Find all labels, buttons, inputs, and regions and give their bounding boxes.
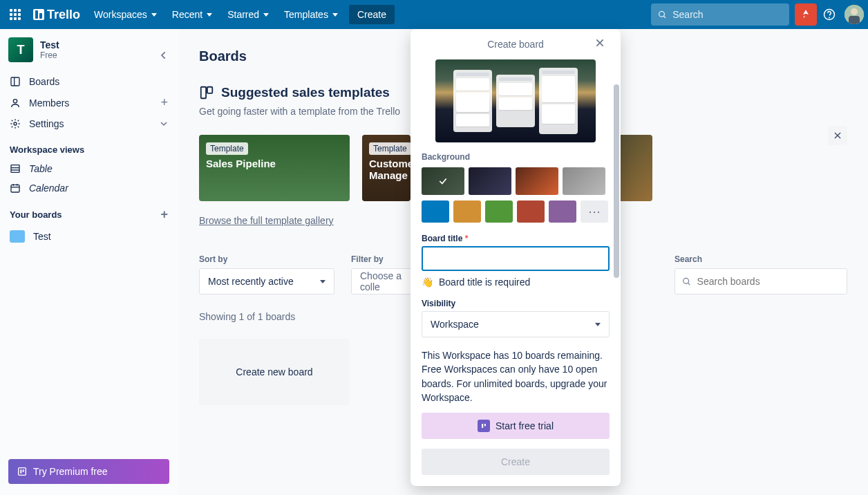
start-free-trial-button[interactable]: Start free trial [422, 413, 610, 439]
scrollbar-thumb[interactable] [614, 84, 619, 278]
workspace-badge: T [8, 37, 33, 62]
workspace-name: Test [40, 39, 59, 50]
visibility-label: Visibility [422, 299, 610, 308]
chevron-down-icon [595, 323, 601, 326]
chevron-down-icon [160, 120, 168, 128]
create-board-popover: Create board Background ⋯ Board ti [411, 29, 621, 486]
svg-point-9 [13, 99, 17, 102]
sidebar-item-calendar[interactable]: Calendar [0, 178, 178, 198]
chevron-down-icon [263, 13, 269, 17]
boards-search-group: Search [674, 254, 847, 295]
apps-grid-icon [10, 9, 21, 20]
sidebar-item-label: Members [29, 97, 69, 109]
background-color-row: ⋯ [422, 200, 610, 223]
nav-starred-label: Starred [227, 9, 259, 20]
svg-rect-11 [11, 165, 19, 173]
sort-by-select[interactable]: Most recently active [199, 268, 334, 295]
dismiss-suggestions-button[interactable] [828, 126, 847, 145]
required-indicator: * [462, 234, 468, 243]
workspace-header[interactable]: T Test Free [0, 29, 178, 71]
popover-close-button[interactable] [594, 37, 610, 53]
nav-workspaces-dropdown[interactable]: Workspaces [87, 5, 164, 24]
create-button[interactable]: Create [349, 5, 395, 24]
calendar-icon [10, 183, 21, 194]
browse-templates-link[interactable]: Browse the full template gallery [199, 215, 334, 226]
sidebar-item-table[interactable]: Table [0, 159, 178, 178]
bg-option-orange[interactable] [453, 200, 481, 223]
svg-rect-7 [11, 77, 19, 86]
wave-emoji-icon: 👋 [422, 277, 433, 288]
search-icon [658, 10, 667, 20]
svg-point-3 [829, 17, 830, 18]
template-tag: Template [369, 142, 411, 155]
create-new-board-tile[interactable]: Create new board [199, 339, 350, 405]
add-board-button[interactable]: + [160, 207, 168, 222]
svg-point-5 [851, 8, 858, 15]
user-avatar[interactable] [845, 5, 864, 24]
help-icon [823, 8, 836, 21]
chevron-down-icon [320, 280, 326, 283]
chevron-down-icon [151, 13, 157, 17]
template-icon [199, 85, 214, 100]
sidebar-collapse-button[interactable] [155, 47, 172, 64]
bg-option-green[interactable] [485, 200, 513, 223]
filter-by-select[interactable]: Choose a colle [351, 268, 420, 295]
nav-recent-dropdown[interactable]: Recent [165, 5, 219, 24]
sidebar-board-test[interactable]: Test [0, 226, 178, 247]
bg-option-image-2[interactable] [469, 167, 511, 195]
bg-option-image-1[interactable] [422, 167, 464, 195]
bg-option-image-3[interactable] [516, 167, 558, 195]
create-board-submit-button[interactable]: Create [422, 449, 610, 475]
workspace-limit-info: This Workspace has 10 boards remaining. … [422, 348, 610, 404]
sort-by-label: Sort by [199, 254, 334, 264]
svg-rect-30 [484, 424, 486, 426]
sidebar-item-members[interactable]: Members + [0, 91, 178, 114]
boards-search-label: Search [674, 254, 847, 264]
try-premium-button[interactable]: Try Premium free [8, 459, 169, 484]
boards-search-input[interactable] [697, 276, 840, 287]
svg-line-1 [663, 16, 666, 18]
visibility-select[interactable]: Workspace [422, 311, 610, 337]
bg-option-purple[interactable] [549, 200, 576, 223]
bg-option-image-4[interactable] [563, 167, 605, 195]
svg-rect-21 [201, 87, 206, 99]
trello-logo-icon [33, 9, 44, 20]
template-card[interactable]: Template Customer Manage [362, 135, 411, 201]
sidebar-item-label: Boards [29, 76, 59, 87]
global-search[interactable] [651, 3, 789, 26]
nav-starred-dropdown[interactable]: Starred [220, 5, 276, 24]
svg-point-0 [659, 11, 665, 17]
global-search-input[interactable] [672, 9, 782, 20]
svg-rect-14 [11, 185, 19, 192]
sidebar-item-settings[interactable]: Settings [0, 114, 178, 133]
trello-logo-link[interactable]: Trello [28, 8, 86, 22]
help-button[interactable] [818, 3, 840, 26]
title-hint-text: Board title is required [439, 277, 530, 288]
nav-templates-label: Templates [284, 9, 328, 20]
svg-rect-6 [849, 16, 860, 24]
check-icon [438, 176, 448, 186]
workspace-views-header: Workspace views [0, 135, 178, 159]
template-card[interactable]: Template Sales Pipeline [199, 135, 350, 201]
table-icon [10, 163, 21, 174]
workspace-plan: Free [40, 50, 59, 60]
bg-option-blue[interactable] [422, 200, 449, 223]
top-nav: Trello Workspaces Recent Starred Templat… [0, 0, 868, 29]
notifications-button[interactable] [795, 3, 817, 26]
board-preview [435, 59, 596, 142]
sidebar-item-boards[interactable]: Boards [0, 72, 178, 91]
nav-templates-dropdown[interactable]: Templates [277, 5, 345, 24]
sidebar-item-label: Settings [29, 118, 64, 129]
svg-rect-29 [482, 424, 483, 428]
svg-rect-22 [207, 87, 212, 93]
background-image-row [422, 167, 610, 195]
premium-icon [17, 466, 28, 477]
sidebar-item-label: Table [29, 163, 53, 174]
svg-rect-19 [20, 469, 21, 473]
add-member-icon[interactable]: + [160, 95, 168, 110]
boards-search-box[interactable] [674, 268, 847, 295]
apps-switcher-button[interactable] [4, 3, 26, 26]
board-title-input[interactable] [422, 246, 610, 271]
bg-option-more[interactable]: ⋯ [581, 200, 608, 223]
bg-option-red[interactable] [517, 200, 545, 223]
